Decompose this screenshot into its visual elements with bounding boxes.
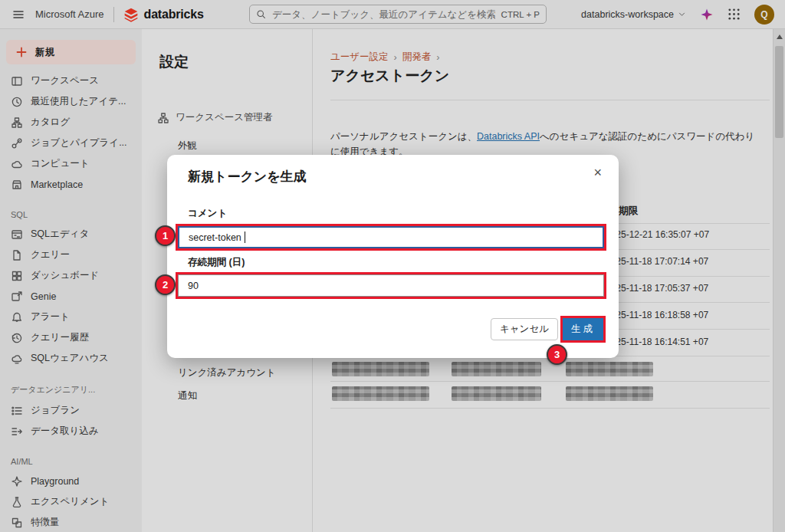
generate-token-modal: 新規トークンを生成 × コメント 存続期間 (日) キャンセル 生成 [167, 155, 619, 358]
annotation-step-3: 3 [547, 344, 567, 365]
comment-label: コメント [188, 207, 227, 220]
text-caret [245, 232, 245, 243]
modal-title: 新規トークンを生成 [188, 168, 307, 186]
annotation-box-comment [176, 224, 606, 251]
lifetime-input[interactable] [178, 274, 604, 297]
annotation-box-lifetime [176, 272, 606, 299]
generate-button[interactable]: 生成 [563, 318, 603, 340]
lifetime-label: 存続期間 (日) [188, 256, 245, 269]
close-icon[interactable]: × [593, 166, 602, 179]
app-window: Microsoft Azure databricks CTRL + P data… [0, 0, 785, 532]
annotation-step-2: 2 [155, 274, 176, 295]
annotation-step-1: 1 [155, 225, 176, 246]
cancel-button[interactable]: キャンセル [491, 318, 558, 340]
comment-input[interactable] [178, 226, 604, 248]
